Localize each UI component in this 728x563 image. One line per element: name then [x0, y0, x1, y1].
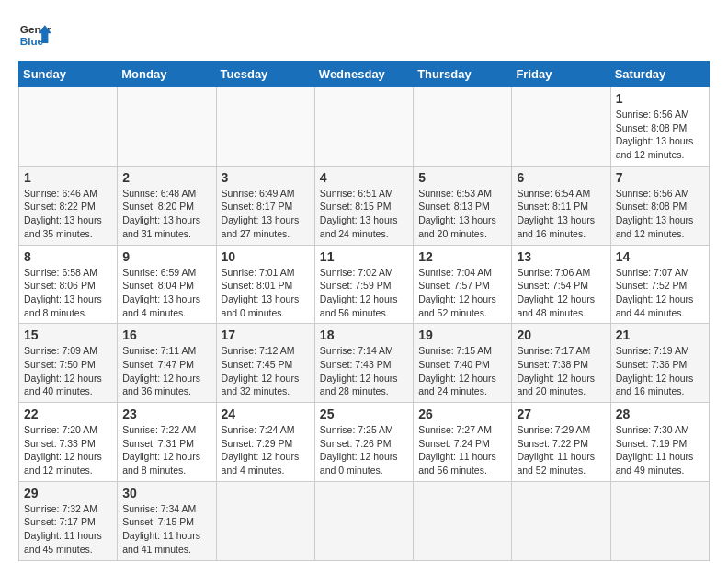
day-info: Sunrise: 6:58 AM Sunset: 8:06 PM Dayligh… — [24, 266, 112, 320]
sunset-label: Sunset: 8:15 PM — [320, 201, 392, 212]
calendar-cell — [512, 481, 610, 560]
sunrise-label: Sunrise: 7:12 AM — [222, 345, 295, 356]
calendar-cell — [216, 87, 314, 167]
calendar-cell: 17 Sunrise: 7:12 AM Sunset: 7:45 PM Dayl… — [216, 324, 314, 403]
sunset-label: Sunset: 7:17 PM — [24, 516, 96, 527]
sunrise-label: Sunrise: 7:02 AM — [320, 267, 393, 278]
sunrise-label: Sunrise: 7:07 AM — [616, 267, 689, 278]
day-number: 24 — [222, 407, 310, 421]
daylight-label: Daylight: 11 hours and 52 minutes. — [517, 451, 595, 476]
sunset-label: Sunset: 8:22 PM — [24, 201, 96, 212]
day-number: 28 — [616, 407, 704, 421]
daylight-label: Daylight: 12 hours and 56 minutes. — [320, 293, 398, 318]
day-header-monday: Monday — [118, 62, 216, 87]
sunrise-label: Sunrise: 7:32 AM — [24, 503, 97, 514]
day-header-tuesday: Tuesday — [216, 62, 314, 87]
calendar-cell: 24 Sunrise: 7:24 AM Sunset: 7:29 PM Dayl… — [216, 403, 314, 482]
day-info: Sunrise: 6:56 AM Sunset: 8:08 PM Dayligh… — [616, 108, 704, 162]
day-info: Sunrise: 6:54 AM Sunset: 8:11 PM Dayligh… — [517, 187, 605, 241]
daylight-label: Daylight: 13 hours and 12 minutes. — [616, 214, 694, 239]
daylight-label: Daylight: 12 hours and 0 minutes. — [320, 451, 398, 476]
day-info: Sunrise: 7:09 AM Sunset: 7:50 PM Dayligh… — [24, 344, 112, 398]
sunrise-label: Sunrise: 7:22 AM — [122, 424, 196, 435]
day-number: 20 — [517, 327, 605, 342]
sunrise-label: Sunrise: 7:25 AM — [320, 424, 393, 435]
calendar-cell: 8 Sunrise: 6:58 AM Sunset: 8:06 PM Dayli… — [19, 245, 118, 324]
day-info: Sunrise: 7:12 AM Sunset: 7:45 PM Dayligh… — [222, 344, 310, 398]
calendar-cell — [414, 481, 512, 560]
day-number: 8 — [24, 249, 112, 264]
daylight-label: Daylight: 13 hours and 31 minutes. — [122, 214, 200, 239]
sunset-label: Sunset: 7:40 PM — [418, 359, 490, 370]
sunrise-label: Sunrise: 7:30 AM — [616, 424, 689, 435]
sunset-label: Sunset: 8:04 PM — [122, 280, 194, 291]
sunset-label: Sunset: 8:13 PM — [418, 201, 490, 212]
sunrise-label: Sunrise: 6:46 AM — [24, 188, 97, 199]
calendar-cell: 1 Sunrise: 6:56 AM Sunset: 8:08 PM Dayli… — [610, 87, 709, 167]
daylight-label: Daylight: 12 hours and 8 minutes. — [122, 451, 200, 476]
daylight-label: Daylight: 13 hours and 20 minutes. — [418, 214, 496, 239]
calendar-cell: 25 Sunrise: 7:25 AM Sunset: 7:26 PM Dayl… — [314, 403, 413, 482]
daylight-label: Daylight: 13 hours and 24 minutes. — [320, 214, 398, 239]
day-info: Sunrise: 7:24 AM Sunset: 7:29 PM Dayligh… — [222, 423, 310, 477]
sunrise-label: Sunrise: 6:49 AM — [222, 188, 295, 199]
sunset-label: Sunset: 7:59 PM — [320, 280, 392, 291]
day-header-sunday: Sunday — [19, 62, 118, 87]
calendar-cell — [414, 87, 512, 167]
sunrise-label: Sunrise: 7:04 AM — [418, 267, 492, 278]
sunrise-label: Sunrise: 7:17 AM — [517, 345, 590, 356]
calendar-cell: 19 Sunrise: 7:15 AM Sunset: 7:40 PM Dayl… — [414, 324, 512, 403]
day-number: 21 — [616, 327, 704, 342]
calendar-cell: 5 Sunrise: 6:53 AM Sunset: 8:13 PM Dayli… — [414, 166, 512, 245]
day-number: 4 — [320, 170, 408, 185]
sunset-label: Sunset: 8:06 PM — [24, 280, 96, 291]
daylight-label: Daylight: 13 hours and 35 minutes. — [24, 214, 102, 239]
day-number: 7 — [616, 170, 704, 185]
daylight-label: Daylight: 11 hours and 45 minutes. — [24, 530, 102, 555]
daylight-label: Daylight: 11 hours and 41 minutes. — [122, 530, 200, 555]
sunset-label: Sunset: 8:17 PM — [222, 201, 293, 212]
day-info: Sunrise: 7:06 AM Sunset: 7:54 PM Dayligh… — [517, 266, 605, 320]
day-info: Sunrise: 7:34 AM Sunset: 7:15 PM Dayligh… — [122, 502, 210, 557]
day-info: Sunrise: 6:51 AM Sunset: 8:15 PM Dayligh… — [320, 187, 408, 241]
day-info: Sunrise: 6:56 AM Sunset: 8:08 PM Dayligh… — [616, 187, 704, 241]
daylight-label: Daylight: 12 hours and 20 minutes. — [517, 373, 595, 397]
sunset-label: Sunset: 7:24 PM — [418, 438, 490, 449]
sunset-label: Sunset: 7:19 PM — [616, 438, 688, 449]
day-number: 16 — [122, 327, 210, 342]
day-number: 27 — [517, 407, 605, 421]
day-number: 15 — [24, 327, 112, 342]
week-row-4: 22 Sunrise: 7:20 AM Sunset: 7:33 PM Dayl… — [19, 403, 710, 482]
day-number: 18 — [320, 327, 408, 342]
sunset-label: Sunset: 8:01 PM — [222, 280, 293, 291]
calendar-cell: 13 Sunrise: 7:06 AM Sunset: 7:54 PM Dayl… — [512, 245, 610, 324]
day-info: Sunrise: 6:59 AM Sunset: 8:04 PM Dayligh… — [122, 266, 210, 320]
day-info: Sunrise: 7:29 AM Sunset: 7:22 PM Dayligh… — [517, 423, 605, 477]
day-number: 29 — [24, 486, 112, 500]
daylight-label: Daylight: 12 hours and 12 minutes. — [24, 451, 102, 476]
calendar-cell: 9 Sunrise: 6:59 AM Sunset: 8:04 PM Dayli… — [118, 245, 216, 324]
day-info: Sunrise: 7:02 AM Sunset: 7:59 PM Dayligh… — [320, 266, 408, 320]
calendar-cell: 23 Sunrise: 7:22 AM Sunset: 7:31 PM Dayl… — [118, 403, 216, 482]
calendar-cell — [216, 481, 314, 560]
sunrise-label: Sunrise: 6:51 AM — [320, 188, 393, 199]
calendar-body: 1 Sunrise: 6:56 AM Sunset: 8:08 PM Dayli… — [19, 87, 710, 561]
daylight-label: Daylight: 12 hours and 40 minutes. — [24, 373, 102, 397]
calendar-cell: 28 Sunrise: 7:30 AM Sunset: 7:19 PM Dayl… — [610, 403, 709, 482]
day-number: 9 — [122, 249, 210, 264]
day-number: 14 — [616, 249, 704, 264]
sunset-label: Sunset: 7:15 PM — [122, 516, 194, 527]
calendar-cell: 21 Sunrise: 7:19 AM Sunset: 7:36 PM Dayl… — [610, 324, 709, 403]
day-number: 12 — [418, 249, 506, 264]
calendar-cell: 1 Sunrise: 6:46 AM Sunset: 8:22 PM Dayli… — [19, 166, 118, 245]
svg-text:Blue: Blue — [20, 35, 44, 47]
sunset-label: Sunset: 8:08 PM — [616, 122, 688, 133]
day-info: Sunrise: 7:27 AM Sunset: 7:24 PM Dayligh… — [418, 423, 506, 477]
sunset-label: Sunset: 7:54 PM — [517, 280, 588, 291]
daylight-label: Daylight: 13 hours and 12 minutes. — [616, 135, 694, 160]
day-info: Sunrise: 7:30 AM Sunset: 7:19 PM Dayligh… — [616, 423, 704, 477]
calendar-cell: 12 Sunrise: 7:04 AM Sunset: 7:57 PM Dayl… — [414, 245, 512, 324]
sunrise-label: Sunrise: 6:58 AM — [24, 267, 97, 278]
sunset-label: Sunset: 7:50 PM — [24, 359, 96, 370]
calendar-cell: 15 Sunrise: 7:09 AM Sunset: 7:50 PM Dayl… — [19, 324, 118, 403]
